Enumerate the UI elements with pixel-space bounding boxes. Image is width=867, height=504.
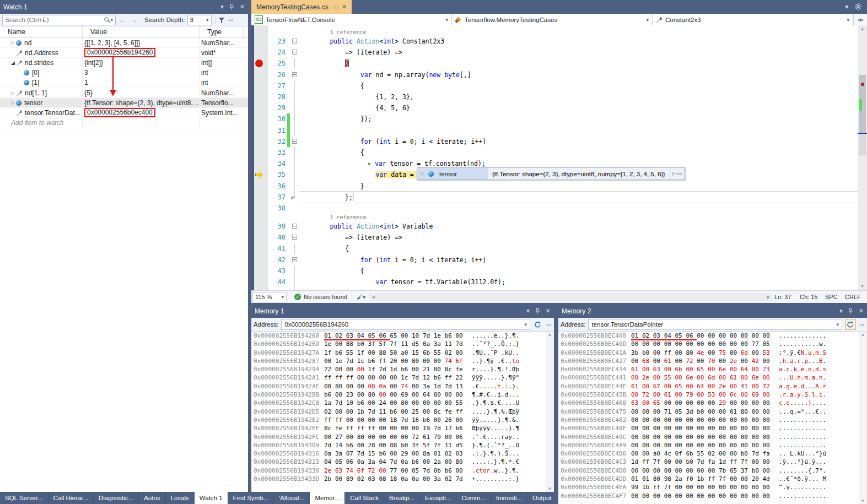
code-text[interactable]: }; [299, 191, 858, 203]
bottom-tab-watch-1[interactable]: Watch 1 [195, 492, 228, 504]
code-line[interactable]: 24 => (iterate) => [251, 47, 858, 58]
memory-row[interactable]: 0x000002556B0EC44E61 00 67 00 65 00 64 0… [558, 382, 867, 391]
memory2-title-bar[interactable]: Memory 2 ▾ ✕ [558, 304, 867, 318]
memory-row[interactable]: 0x000002556B19426D1e 00 88 b0 3f 5f 7f 1… [251, 340, 554, 348]
code-text[interactable]: public Action<int> Constant2x3 [299, 36, 858, 47]
column-header-value[interactable]: Value [83, 26, 200, 37]
memory-row[interactable]: 0x000002556B0EC43461 00 63 00 6b 00 65 0… [558, 365, 867, 373]
line-number[interactable]: 35 [268, 171, 287, 178]
glyph-cell[interactable] [251, 147, 268, 158]
search-icon[interactable] [104, 17, 110, 23]
fold-collapse-icon[interactable] [292, 72, 297, 77]
line-number[interactable]: 43 [268, 267, 287, 275]
code-text[interactable]: { [299, 147, 858, 158]
type-dropdown[interactable]: Tensorflow.MemoryTestingCases ▾ [452, 14, 653, 25]
pin-icon[interactable] [535, 308, 540, 314]
code-text[interactable]: var tensor = tf.Variable(3112.0f); [299, 277, 858, 288]
code-line[interactable]: 31 [251, 125, 858, 136]
bottom-tab-call-hierar[interactable]: Call Hierar... [49, 492, 94, 504]
bottom-tab-comm[interactable]: Comm... [456, 492, 491, 504]
fold-margin[interactable] [290, 232, 299, 243]
code-line[interactable]: 41 { [251, 243, 858, 254]
close-icon[interactable]: ✕ [342, 3, 347, 10]
bottom-tab-allocat[interactable]: 'Allocat... [274, 492, 310, 504]
line-number[interactable]: 34 [268, 160, 287, 167]
watch-row[interactable]: [1]1int [0, 78, 248, 88]
code-line[interactable]: 30 }); [251, 113, 858, 124]
code-text[interactable]: {1, 2, 3}, [299, 91, 858, 102]
watch-row[interactable]: ▷nd[1, 1]{5}NumShar... [0, 88, 248, 98]
codelens-text[interactable]: 1 reference [299, 29, 858, 36]
bottom-tab-immedi[interactable]: Immedi... [491, 492, 527, 504]
codelens-references[interactable]: 1 reference [330, 214, 366, 220]
glyph-cell[interactable] [251, 221, 268, 232]
code-text[interactable]: } [299, 180, 858, 191]
pin-icon[interactable]: -□ [332, 4, 338, 10]
glyph-cell[interactable] [251, 58, 268, 69]
code-text[interactable]: var nd = np.array(new byte[,] [299, 69, 858, 80]
watch-row[interactable]: ◢nd.strides{int[2]}int[] [0, 58, 248, 68]
line-number[interactable]: 42 [268, 256, 287, 264]
fold-margin[interactable] [290, 47, 299, 58]
line-number[interactable]: 38 [268, 204, 287, 212]
memory-row[interactable]: 0x000002556B19428700 1e 7d 1c b6 ff 20 0… [251, 357, 554, 365]
document-tab[interactable]: MemoryTestingCases.cs -□ ✕ [251, 0, 352, 14]
line-number[interactable]: 30 [268, 115, 287, 123]
code-line[interactable]: 43 { [251, 265, 858, 277]
gear-icon[interactable] [855, 3, 861, 10]
glyph-cell[interactable] [251, 102, 268, 113]
chevron-down-icon[interactable]: ▾ [845, 3, 848, 10]
watch-row[interactable]: ▷nd{[[1, 2, 3], [4, 5, 6]]}NumShar... [0, 38, 248, 48]
code-text[interactable] [299, 203, 858, 214]
fold-margin[interactable] [290, 36, 299, 47]
glyph-cell[interactable] [251, 69, 268, 80]
code-line[interactable]: 28 {1, 2, 3}, [251, 91, 858, 102]
search-forward-icon[interactable]: → [130, 16, 139, 24]
bottom-tab-breakp[interactable]: Breakp... [384, 492, 420, 504]
glyph-cell[interactable] [251, 265, 268, 277]
memory-row[interactable]: 0x000002556B0EC40D00 00 00 00 00 00 00 0… [558, 340, 867, 348]
code-line[interactable]: 39 public Action<int> Variable [251, 221, 858, 232]
watch-row[interactable]: [0]3int [0, 68, 248, 78]
glyph-cell[interactable] [251, 232, 268, 243]
memory-row[interactable]: 0x000002556B1942BBb6 00 23 00 80 00 00 6… [251, 391, 554, 399]
watch-row[interactable]: nd.Address0x000002556b194260void* [0, 48, 248, 58]
pin-icon[interactable] [848, 308, 853, 314]
search-input[interactable]: Search (Ctrl+E) ▾ [2, 15, 116, 25]
memory1-title-bar[interactable]: Memory 1 ▾ ✕ [251, 304, 554, 318]
code-line[interactable]: 27 { [251, 80, 858, 91]
toolbar-overflow-icon[interactable]: ▪▪ [229, 17, 234, 23]
fold-collapse-icon[interactable] [292, 235, 297, 240]
zoom-select[interactable]: 115 % ▾ [252, 292, 287, 302]
memory-row[interactable]: 0x000002556B0EC47500 00 00 71 05 3d b0 0… [558, 408, 867, 416]
project-dropdown[interactable]: C# TensorFlowNET.Console ▾ [251, 14, 452, 25]
code-area[interactable]: 1 reference23 public Action<int> Constan… [251, 25, 858, 290]
window-position-icon[interactable]: ▾ [839, 307, 843, 315]
scroll-up-icon[interactable]: ▲ [858, 25, 867, 33]
memory2-scrollbar[interactable]: ▲ ▼ [859, 332, 867, 504]
fold-collapse-icon[interactable] [292, 224, 297, 229]
scroll-down-icon[interactable]: ▼ [858, 283, 867, 290]
glyph-cell[interactable] [251, 277, 268, 288]
split-editor-button[interactable]: ⇹ [853, 14, 867, 25]
memory-row[interactable]: 0x000002556B0EC41A3b b0 00 ff 00 80 4e 0… [558, 349, 867, 357]
fold-collapse-icon[interactable] [292, 257, 297, 262]
toolbar-overflow-icon[interactable]: ▪▪ [547, 322, 552, 328]
scroll-up-icon[interactable]: ▲ [546, 332, 554, 337]
memory-row[interactable]: 0x000002556B0EC48200 00 00 00 00 00 00 0… [558, 416, 867, 424]
scroll-up-icon[interactable]: ▲ [859, 332, 867, 337]
codelens-row[interactable]: 1 reference [251, 214, 858, 221]
bottom-tab-memor[interactable]: Memor... [310, 492, 345, 504]
glyph-cell[interactable] [251, 36, 268, 47]
fold-margin[interactable] [290, 221, 299, 232]
scroll-down-icon[interactable]: ▼ [859, 498, 867, 503]
filter-icon[interactable] [218, 17, 225, 24]
line-number[interactable]: 37✎ [268, 193, 287, 201]
glyph-cell[interactable] [251, 80, 268, 91]
code-cleanup-icon[interactable]: 🖌▾ [357, 294, 366, 301]
memory2-address-input[interactable]: tensor.TensorDataPointer ▾ [588, 319, 842, 330]
code-text[interactable]: {4, 5, 6} [299, 102, 858, 113]
line-number[interactable]: 23 [268, 37, 287, 45]
glyph-cell[interactable] [251, 180, 268, 191]
chevron-down-icon[interactable]: ▾ [836, 322, 839, 327]
